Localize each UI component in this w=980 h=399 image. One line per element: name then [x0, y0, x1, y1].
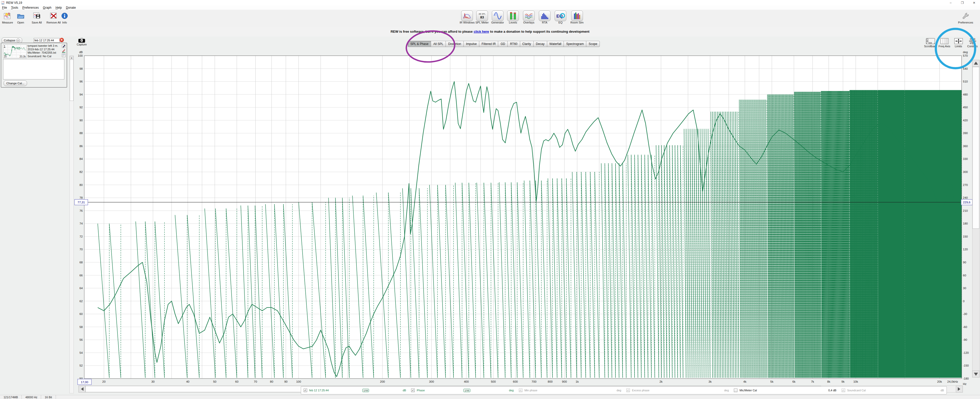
menu-tools[interactable]: Tools — [9, 6, 20, 10]
sidebar-scrollbar[interactable]: ▲ — [70, 56, 74, 393]
generator-button[interactable]: Generator — [491, 11, 504, 24]
limits-icon — [954, 38, 963, 45]
tool-label: RTA — [542, 21, 547, 24]
svg-text:9: 9 — [512, 18, 514, 19]
freq-axis-button[interactable]: Freq Axis — [937, 38, 951, 48]
smoothing-badge[interactable]: 1/48 — [463, 389, 470, 392]
eq-button[interactable]: EQEQ — [555, 11, 566, 24]
legend-checkbox[interactable]: ✓ — [304, 388, 307, 392]
tool-label: Remove All — [46, 21, 61, 24]
tool-label: EQ — [558, 21, 563, 24]
rta-icon — [539, 11, 550, 21]
ir-windows-button[interactable]: IR Windows — [460, 11, 475, 24]
menu-bar: FileToolsPreferencesGraphHelpDonate — [0, 5, 980, 10]
minimize-button[interactable]: – — [945, 0, 956, 5]
levels-button[interactable]: 0369Levels — [507, 11, 519, 24]
menu-help[interactable]: Help — [53, 6, 64, 10]
tab-impulse[interactable]: Impulse — [463, 41, 479, 47]
measurement-soundcard-cal: Soundcard: No Cal — [27, 55, 59, 58]
title-bar: REW V5,19 – ❐ ✕ — [0, 0, 980, 6]
controls-icon — [969, 38, 976, 45]
app-logo-icon — [1, 1, 5, 5]
legend-checkbox[interactable]: ✓ — [626, 388, 630, 392]
legend-label: feb 12 17:25:44 — [309, 389, 329, 392]
change-cal-button[interactable]: Change Cal... — [3, 80, 27, 86]
status-cell-0: 121/174MB — [0, 395, 22, 399]
controls-button[interactable]: Controls — [966, 38, 980, 48]
overlays-button[interactable]: Overlays — [523, 11, 535, 24]
save-all-button[interactable]: Save All — [32, 11, 42, 24]
legend-checkbox[interactable] — [734, 388, 737, 392]
scrollbars-button[interactable]: Scrollbars — [923, 38, 937, 48]
tab-distortion[interactable]: Distortion — [445, 41, 464, 47]
freq-axis-icon — [940, 38, 949, 45]
trace-legend-bar: ✓feb 12 17:25:441/48dB✓Phase1/48deg✓Min … — [301, 386, 947, 394]
ir-windows-icon — [461, 11, 473, 21]
trace-color-icon[interactable] — [62, 49, 65, 53]
menu-file[interactable]: File — [0, 6, 9, 10]
save-all-icon — [33, 12, 41, 19]
tab-rt60[interactable]: RT60 — [508, 41, 520, 47]
tool-label: Generator — [491, 21, 504, 24]
edit-notes-icon[interactable] — [62, 44, 65, 48]
tool-label: Room Sim — [570, 21, 584, 24]
limits-button[interactable]: Limits — [951, 38, 966, 48]
legend-checkbox[interactable]: ✓ — [842, 388, 845, 392]
spl-meter-icon: dB SPL83 — [476, 11, 488, 21]
button-label: Controls — [967, 45, 978, 48]
measurement-name-input[interactable] — [34, 38, 60, 43]
delete-measurement-button[interactable]: ✕ — [59, 38, 64, 42]
legend-unit: dB — [402, 389, 406, 392]
room-sim-icon — [571, 11, 583, 21]
donation-banner: REW is free software, but if you can aff… — [0, 27, 980, 37]
tab-spectrogram[interactable]: Spectrogram — [563, 41, 586, 47]
room-sim-button[interactable]: Room Sim — [570, 11, 584, 24]
collapse-button[interactable]: Collapse « — [2, 38, 22, 43]
maximize-button[interactable]: ❐ — [956, 0, 968, 5]
graph-tab-bar: SPL & PhaseAll SPLDistortionImpulseFilte… — [408, 41, 600, 47]
legend-checkbox[interactable]: ✓ — [519, 388, 522, 392]
info-sheet-icon[interactable] — [62, 53, 65, 57]
menu-donate[interactable]: Donate — [64, 6, 78, 10]
legend-unit: dB — [941, 389, 944, 392]
menu-graph[interactable]: Graph — [41, 6, 53, 10]
info-icon — [61, 13, 68, 19]
tab-decay[interactable]: Decay — [533, 41, 547, 47]
levels-icon: 0369 — [507, 11, 519, 21]
legend-unit: deg — [509, 389, 514, 392]
donate-link[interactable]: click here — [474, 30, 489, 34]
open-button[interactable]: Open — [17, 11, 24, 24]
button-label: Scrollbars — [924, 45, 937, 48]
thumb-freq-max: 20,0k — [20, 55, 26, 58]
measure-button[interactable]: Measure — [2, 11, 13, 24]
measurement-list[interactable] — [3, 59, 64, 80]
tab-gd[interactable]: GD — [498, 41, 508, 47]
tab-scope[interactable]: Scope — [586, 41, 600, 47]
remove-all-icon — [50, 12, 57, 19]
smoothing-badge[interactable]: 1/48 — [362, 389, 369, 392]
legend-checkbox[interactable]: ✓ — [411, 388, 415, 392]
rta-button[interactable]: RTA — [539, 11, 550, 24]
measure-icon — [3, 12, 11, 19]
capture-button[interactable]: Capture — [76, 38, 88, 46]
tab-all-spl[interactable]: All SPL — [431, 41, 446, 47]
info-button[interactable]: Info — [61, 11, 68, 24]
legend-label: Min phase — [525, 389, 538, 392]
spl-meter-button[interactable]: dB SPL83SPL Meter — [476, 11, 489, 24]
measurement-item[interactable]: 1 20 20,0k tympani tweeter left 3 m. 201… — [1, 43, 67, 88]
legend-item-excess-phase: ✓Excess phasedeg — [624, 388, 731, 392]
tool-label: Measure — [2, 21, 13, 24]
tab-filtered-ir[interactable]: Filtered IR — [479, 41, 498, 47]
tab-waterfall[interactable]: Waterfall — [547, 41, 564, 47]
measurement-mic-cal: Mic/Meter: 7042355.txt — [27, 51, 59, 55]
remove-all-button[interactable]: Remove All — [46, 11, 61, 24]
measurement-thumbnail: 1 20 20,0k — [3, 45, 27, 58]
eq-icon: EQ — [555, 11, 566, 21]
tab-clarity[interactable]: Clarity — [520, 41, 534, 47]
close-button[interactable]: ✕ — [968, 0, 980, 5]
sidebar-scrollbar-thumb[interactable] — [70, 59, 73, 101]
tab-spl-phase[interactable]: SPL & Phase — [408, 41, 431, 47]
scroll-up-icon[interactable]: ▲ — [70, 56, 73, 60]
preferences-button[interactable]: Preferences — [958, 11, 973, 24]
menu-preferences[interactable]: Preferences — [20, 6, 41, 10]
